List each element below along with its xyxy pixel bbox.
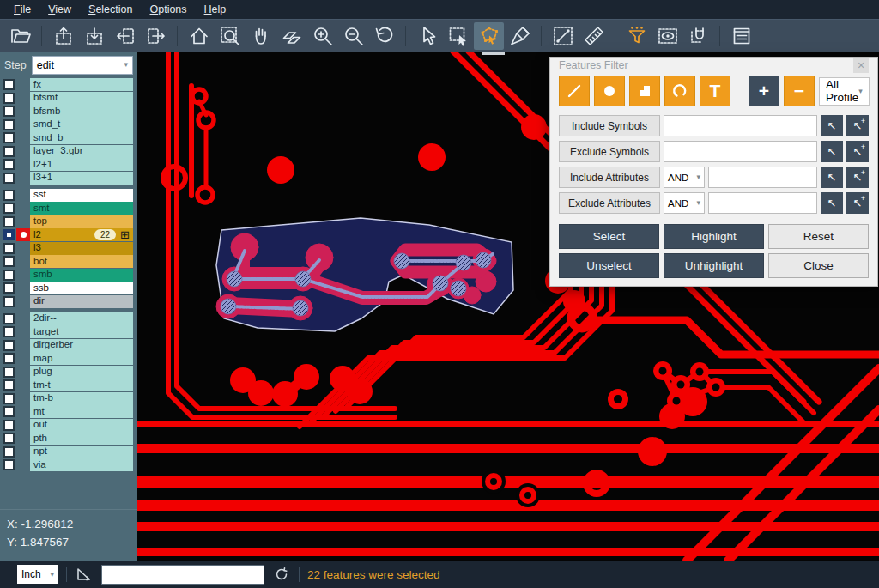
layer-visibility-checkbox[interactable] xyxy=(3,106,15,117)
layer-name-dir[interactable]: dir xyxy=(30,295,133,308)
layer-name-mt[interactable]: mt xyxy=(30,405,133,418)
menu-file[interactable]: File xyxy=(5,2,39,17)
exclude-symbols-button[interactable]: Exclude Symbols xyxy=(559,141,660,162)
layer-visibility-checkbox[interactable] xyxy=(3,216,15,227)
positive-polarity-toggle[interactable]: + xyxy=(749,76,779,106)
layer-name-tm-b[interactable]: tm-b xyxy=(30,392,133,405)
step-left-button[interactable] xyxy=(110,22,140,50)
step-right-button[interactable] xyxy=(141,22,171,50)
layer-visibility-checkbox[interactable] xyxy=(3,190,15,201)
select-polygon-button[interactable] xyxy=(474,22,504,50)
layer-name-target[interactable]: target xyxy=(30,325,133,338)
exclude-attributes-operator-select[interactable]: AND▾ xyxy=(664,192,705,214)
menu-options[interactable]: Options xyxy=(141,2,195,17)
layer-name-bot[interactable]: bot xyxy=(30,255,133,268)
layer-name-out[interactable]: out xyxy=(30,419,133,432)
layer-visibility-checkbox[interactable] xyxy=(3,446,15,458)
layer-visibility-checkbox[interactable] xyxy=(3,379,15,391)
close-icon[interactable]: ✕ xyxy=(853,58,869,73)
layer-visibility-checkbox[interactable] xyxy=(3,433,15,444)
menu-help[interactable]: Help xyxy=(196,2,235,17)
negative-polarity-toggle[interactable]: − xyxy=(784,76,815,106)
filter-text-toggle[interactable]: T xyxy=(700,76,730,106)
layer-visibility-checkbox[interactable] xyxy=(3,119,15,130)
close-button[interactable]: Close xyxy=(768,253,869,278)
layer-visibility-checkbox[interactable] xyxy=(3,132,15,143)
layer-visibility-checkbox[interactable] xyxy=(3,146,15,157)
home-view-button[interactable] xyxy=(184,22,214,50)
dialog-title-bar[interactable]: Features Filter ✕ xyxy=(559,58,869,73)
layer-visibility-checkbox[interactable] xyxy=(3,256,15,267)
select-arrow-button[interactable] xyxy=(412,22,442,50)
layer-name-l2+1[interactable]: l2+1 xyxy=(30,158,133,171)
include-attributes-operator-select[interactable]: AND▾ xyxy=(664,167,705,188)
include-attributes-input[interactable] xyxy=(708,167,817,188)
pick-arrow-add-button[interactable]: ↖+ xyxy=(846,141,869,162)
pick-arrow-add-button[interactable]: ↖+ xyxy=(846,115,869,136)
export-up-button[interactable] xyxy=(48,22,78,50)
include-symbols-input[interactable] xyxy=(664,115,817,136)
features-filter-button[interactable] xyxy=(621,22,652,50)
layer-panel-button[interactable] xyxy=(726,22,756,50)
layer-name-smt[interactable]: smt xyxy=(30,202,133,215)
pick-arrow-add-button[interactable]: ↖+ xyxy=(846,167,869,188)
filter-surface-toggle[interactable] xyxy=(629,76,660,106)
layer-visibility-checkbox[interactable] xyxy=(3,296,15,307)
measure-line-button[interactable] xyxy=(548,22,578,50)
select-button[interactable]: Select xyxy=(559,224,659,249)
layer-name-map[interactable]: map xyxy=(30,352,133,365)
layer-visibility-checkbox[interactable] xyxy=(3,229,15,240)
include-attributes-button[interactable]: Include Attributes xyxy=(559,167,660,188)
active-layer-indicator[interactable] xyxy=(16,228,30,241)
pick-arrow-add-button[interactable]: ↖+ xyxy=(846,192,869,214)
layer-name-fx[interactable]: fx xyxy=(30,78,133,91)
layer-visibility-checkbox[interactable] xyxy=(3,459,15,470)
filter-line-toggle[interactable] xyxy=(559,76,590,106)
step-select[interactable]: edit ▾ xyxy=(32,56,133,75)
attributes-grid-icon[interactable]: ⊞ xyxy=(120,229,130,240)
layer-name-dirgerber[interactable]: dirgerber xyxy=(30,339,133,352)
layer-visibility-checkbox[interactable] xyxy=(3,79,15,90)
layer-name-l2[interactable]: l222⊞ xyxy=(30,228,133,241)
layer-visibility-checkbox[interactable] xyxy=(3,159,15,170)
layer-visibility-checkbox[interactable] xyxy=(3,243,15,254)
open-folder-button[interactable] xyxy=(5,22,35,50)
profile-select[interactable]: All Profile ▾ xyxy=(819,77,870,106)
layer-name-smd_t[interactable]: smd_t xyxy=(30,118,133,131)
layer-name-via[interactable]: via xyxy=(30,458,133,471)
measure-ruler-button[interactable] xyxy=(579,22,609,50)
import-down-button[interactable] xyxy=(79,22,109,50)
pick-arrow-button[interactable]: ↖ xyxy=(821,192,843,214)
layer-name-plug[interactable]: plug xyxy=(30,366,133,379)
exclude-symbols-input[interactable] xyxy=(664,141,817,162)
layer-visibility-checkbox[interactable] xyxy=(3,203,15,214)
layer-visibility-checkbox[interactable] xyxy=(3,393,15,404)
layer-visibility-checkbox[interactable] xyxy=(3,326,15,337)
layer-name-bfsmt[interactable]: bfsmt xyxy=(30,92,133,105)
layer-name-smd_b[interactable]: smd_b xyxy=(30,131,133,144)
snap-magnet-button[interactable] xyxy=(683,22,713,50)
pick-arrow-button[interactable]: ↖ xyxy=(821,167,843,188)
pick-arrow-button[interactable]: ↖ xyxy=(821,115,843,136)
layer-name-l3[interactable]: l3 xyxy=(30,242,133,255)
layer-visibility-checkbox[interactable] xyxy=(3,367,15,378)
layer-visibility-checkbox[interactable] xyxy=(3,93,15,104)
clear-brush-button[interactable] xyxy=(505,22,535,50)
pick-arrow-button[interactable]: ↖ xyxy=(821,141,843,162)
filter-pad-toggle[interactable] xyxy=(594,76,625,106)
zoom-area-button[interactable] xyxy=(215,22,245,50)
layer-visibility-checkbox[interactable] xyxy=(3,282,15,294)
layer-name-ssb[interactable]: ssb xyxy=(30,282,133,294)
canvas-scroll-tab[interactable] xyxy=(482,52,505,55)
units-select[interactable]: Inch ▾ xyxy=(17,565,58,584)
layer-visibility-checkbox[interactable] xyxy=(3,340,15,351)
unhighlight-button[interactable]: Unhighlight xyxy=(664,253,764,278)
refresh-icon[interactable] xyxy=(272,565,291,584)
layer-name-tm-t[interactable]: tm-t xyxy=(30,379,133,391)
zoom-polygon-button[interactable] xyxy=(276,22,306,50)
zoom-out-button[interactable] xyxy=(338,22,368,50)
include-symbols-button[interactable]: Include Symbols xyxy=(559,115,660,136)
layer-name-layer_3.gbr[interactable]: layer_3.gbr xyxy=(30,145,133,158)
layer-name-pth[interactable]: pth xyxy=(30,432,133,445)
layer-visibility-checkbox[interactable] xyxy=(3,313,15,324)
